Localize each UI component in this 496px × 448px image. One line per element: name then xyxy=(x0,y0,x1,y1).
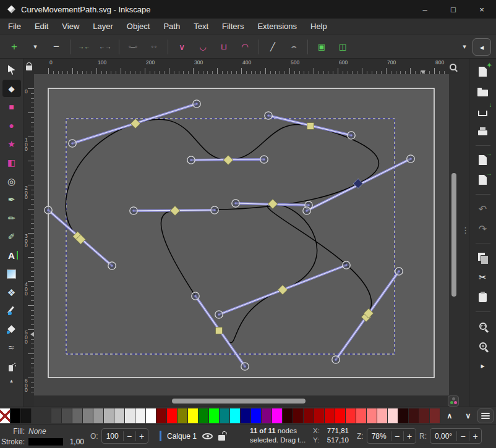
menu-layer[interactable]: Layer xyxy=(86,19,120,35)
stroke-to-path-button[interactable]: ◫ xyxy=(332,38,353,56)
swatch-ff0000[interactable] xyxy=(167,408,177,423)
horizontal-ruler[interactable]: 0100200300400500600700800 xyxy=(34,59,447,74)
minimize-button[interactable]: – xyxy=(411,0,439,19)
swatch-none[interactable] xyxy=(0,408,11,423)
paste-button[interactable] xyxy=(472,289,494,305)
tool-pen[interactable]: ✒ xyxy=(2,191,21,208)
maximize-button[interactable]: □ xyxy=(439,0,468,19)
toolbox-scroll-icon[interactable]: ▴ xyxy=(10,378,13,384)
swatch-ff5555[interactable] xyxy=(356,408,367,423)
quick-zoom-button[interactable] xyxy=(447,61,459,73)
path-node[interactable] xyxy=(307,123,314,130)
menu-extensions[interactable]: Extensions xyxy=(250,19,304,35)
segment-curve-button[interactable]: ⌢ xyxy=(283,38,304,56)
cut-button[interactable]: ✂ xyxy=(472,269,494,285)
zoom-out-button[interactable]: − xyxy=(391,431,403,441)
join-nodes-button[interactable]: →← xyxy=(74,38,95,56)
vertical-scrollbar[interactable] xyxy=(449,74,459,395)
tool-paint-bucket[interactable] xyxy=(2,321,21,338)
delete-node-button[interactable]: − xyxy=(46,38,67,56)
segment-line-button[interactable]: ╱ xyxy=(262,38,283,56)
swatch-00ff00[interactable] xyxy=(209,408,220,423)
tool-box-3d[interactable]: ◧ xyxy=(2,154,21,171)
menu-filters[interactable]: Filters xyxy=(215,19,250,35)
join-with-segment-button[interactable]: ▫—▫ xyxy=(122,38,143,56)
swatch-ff2a2a[interactable] xyxy=(346,408,356,423)
swatch-ffff00[interactable] xyxy=(188,408,199,423)
layer-visibility-eye-icon[interactable] xyxy=(202,433,213,439)
swatch-ff8080[interactable] xyxy=(367,408,377,423)
zoom-to-selection-button[interactable] xyxy=(472,318,494,334)
zoom-value[interactable]: 78% xyxy=(367,432,391,441)
rotation-value[interactable]: 0,00° xyxy=(430,432,456,441)
menu-view[interactable]: View xyxy=(55,19,86,35)
menu-help[interactable]: Help xyxy=(304,19,334,35)
rotation-decrease-button[interactable]: − xyxy=(456,431,469,441)
node-auto-button[interactable]: ◠ xyxy=(234,38,255,56)
swatch-742626[interactable] xyxy=(430,408,440,423)
zoom-in-button[interactable]: + xyxy=(403,431,416,441)
menu-object[interactable]: Object xyxy=(120,19,157,35)
swatch-808080[interactable] xyxy=(83,408,93,423)
redo-button[interactable]: ↷ xyxy=(472,221,494,237)
swatch-2b0000[interactable] xyxy=(283,408,293,423)
tool-star[interactable]: ★ xyxy=(2,135,21,153)
swatch-000000[interactable] xyxy=(11,408,21,423)
save-document-button[interactable]: ↓ xyxy=(472,103,494,119)
swatch-ffffff[interactable] xyxy=(146,408,156,423)
opacity-value[interactable]: 100 xyxy=(102,432,123,441)
tool-selector[interactable] xyxy=(2,61,21,78)
import-button[interactable]: → xyxy=(472,152,494,168)
break-nodes-button[interactable]: ←→ xyxy=(95,38,116,56)
export-button[interactable]: → xyxy=(472,172,494,188)
color-managed-view-button[interactable] xyxy=(448,395,459,407)
opacity-increase-button[interactable]: + xyxy=(135,431,148,441)
open-document-button[interactable] xyxy=(472,83,494,99)
opacity-decrease-button[interactable]: − xyxy=(123,431,135,441)
tool-ellipse[interactable]: ● xyxy=(2,117,21,134)
swatch-3c1010[interactable] xyxy=(409,408,419,423)
tool-spray[interactable] xyxy=(2,358,21,375)
node-smooth-button[interactable]: ◡ xyxy=(192,38,213,56)
stroke-width-value[interactable]: 1,00 xyxy=(63,437,84,446)
canvas[interactable] xyxy=(34,74,449,395)
tool-mesh-gradient[interactable]: ❖ xyxy=(2,284,21,301)
palette-menu-button[interactable] xyxy=(477,408,494,423)
tool-spiral[interactable]: ◎ xyxy=(2,172,21,190)
swatch-000080[interactable] xyxy=(241,408,251,423)
swatch-808000[interactable] xyxy=(177,408,188,423)
snap-bar-collapse-button[interactable]: ◂ xyxy=(472,38,491,56)
print-document-button[interactable] xyxy=(472,123,494,139)
menu-file[interactable]: File xyxy=(1,19,28,35)
tool-gradient[interactable] xyxy=(2,265,21,282)
more-options-button[interactable]: ▾ xyxy=(454,38,475,56)
stroke-color-swatch[interactable] xyxy=(28,438,63,446)
swatch-800000[interactable] xyxy=(156,408,167,423)
vertical-scrollbar-thumb[interactable] xyxy=(451,173,456,297)
path-node[interactable] xyxy=(216,328,223,334)
palette-scroll-down-button[interactable]: ∨ xyxy=(459,412,477,420)
swatch-4d4d4d[interactable] xyxy=(62,408,72,423)
tool-dropper[interactable] xyxy=(2,302,21,319)
swatch-ffd5d5[interactable] xyxy=(388,408,398,423)
swatch-f40000[interactable] xyxy=(335,408,346,423)
swatch-00ffff[interactable] xyxy=(230,408,241,423)
tool-pencil[interactable]: ✏ xyxy=(2,209,21,227)
object-to-path-button[interactable]: ▣ xyxy=(311,38,332,56)
zoom-to-drawing-button[interactable] xyxy=(472,338,494,354)
swatch-550000[interactable] xyxy=(293,408,304,423)
swatch-0000ff[interactable] xyxy=(251,408,262,423)
swatch-b3b3b3[interactable] xyxy=(104,408,114,423)
tool-calligraphy[interactable]: ✐ xyxy=(2,228,21,245)
tool-tweak[interactable]: ≈ xyxy=(2,339,21,357)
swatch-800000[interactable] xyxy=(304,408,314,423)
swatch-999999[interactable] xyxy=(93,408,104,423)
swatch-cccccc[interactable] xyxy=(114,408,125,423)
menu-path[interactable]: Path xyxy=(156,19,187,35)
swatch-008080[interactable] xyxy=(220,408,230,423)
new-document-button[interactable]: ✦ xyxy=(472,64,494,80)
rotation-increase-button[interactable]: + xyxy=(469,431,481,441)
swatch-aa0000[interactable] xyxy=(314,408,325,423)
swatch-404040[interactable] xyxy=(51,408,62,423)
insert-node-button[interactable]: + xyxy=(4,38,25,56)
